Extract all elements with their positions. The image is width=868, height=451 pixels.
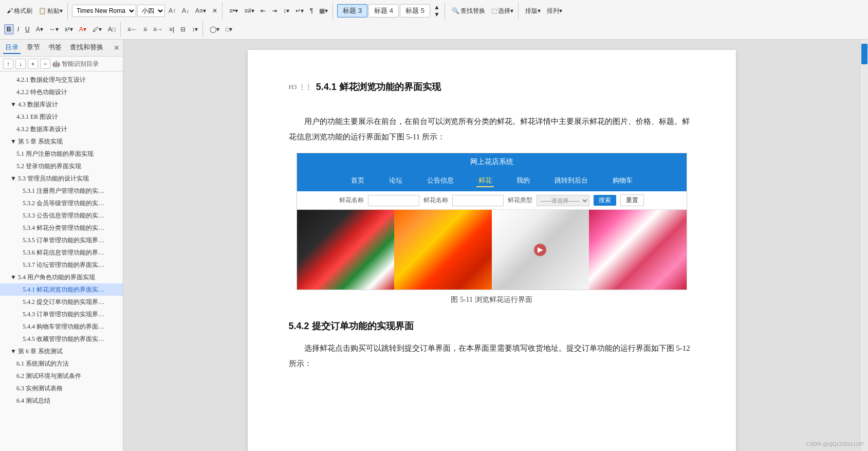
underline-button[interactable]: U xyxy=(23,24,32,34)
toc-item-54[interactable]: ▼ 5.4 用户角色功能的界面实现 xyxy=(0,271,123,283)
toc-item-532[interactable]: 5.3.2 会员等级管理功能的实… xyxy=(0,197,123,209)
font-color2-button[interactable]: A▾ xyxy=(77,24,89,34)
column-button[interactable]: ⊟ xyxy=(178,24,188,34)
ws-reset-button[interactable]: 重置 xyxy=(620,194,644,206)
toc-item-53[interactable]: ▼ 5.3 管理员功能的设计实现 xyxy=(0,172,123,185)
ws-nav-mine[interactable]: 我的 xyxy=(514,175,532,187)
align-left-button[interactable]: ≡← xyxy=(125,24,140,34)
font-family-select[interactable]: Times New Roma xyxy=(72,5,136,17)
shape-button[interactable]: ◯▾ xyxy=(207,24,222,34)
toc-item-535[interactable]: 5.3.5 订单管理功能的实现界… xyxy=(0,234,123,246)
auto-detect-label[interactable]: 🤖 智能识别目录 xyxy=(52,60,99,68)
ws-nav-cart[interactable]: 购物车 xyxy=(611,175,635,187)
line-break-button[interactable]: ↵▾ xyxy=(293,6,306,16)
font-settings-button[interactable]: A≡▾ xyxy=(193,6,209,16)
ws-nav-flower[interactable]: 鲜花 xyxy=(476,175,494,187)
ws-flower-card-4[interactable] xyxy=(589,210,687,290)
layout-button[interactable]: 排版▾ xyxy=(523,5,543,17)
heading-expand-button[interactable]: ▲▼ xyxy=(431,2,442,20)
toc-item-534-label: 5.3.4 鲜花分类管理功能的实… xyxy=(23,224,104,231)
toc-item-43[interactable]: ▼ 4.3 数据库设计 xyxy=(0,98,123,111)
font-spacing-button[interactable]: ↔▾ xyxy=(47,24,61,34)
toc-item-64[interactable]: 6.4 测试总结 xyxy=(0,394,123,407)
toc-item-421[interactable]: 4.2.1 数据处理与交互设计 xyxy=(0,74,123,86)
ws-flower-type-select[interactable]: ——请选择—— xyxy=(537,195,589,206)
toc-item-431[interactable]: 4.3.1 ER 图设计 xyxy=(0,111,123,123)
toc-item-51[interactable]: 5.1 用户注册功能的界面实现 xyxy=(0,148,123,160)
superscript-button[interactable]: x²▾ xyxy=(62,24,76,34)
toc-item-534[interactable]: 5.3.4 鲜花分类管理功能的实… xyxy=(0,222,123,234)
heading5-button[interactable]: 标题 5 xyxy=(400,4,430,17)
document-page: H3 ⋮⋮ 5.4.1 鲜花浏览功能的界面实现 用户的功能主要展示在前台，在前台… xyxy=(248,50,736,451)
indent-decrease-button[interactable]: ⇤ xyxy=(258,6,268,16)
toc-add-button[interactable]: + xyxy=(28,59,38,69)
toc-item-61[interactable]: 6.1 系统测试的方法 xyxy=(0,357,123,370)
paste-button[interactable]: 📋 粘贴▾ xyxy=(36,5,65,17)
toc-item-63[interactable]: 6.3 实例测试表格 xyxy=(0,382,123,394)
unordered-list-button[interactable]: ≡•▾ xyxy=(227,6,241,16)
italic-button[interactable]: I xyxy=(15,24,22,34)
toc-item-542[interactable]: 5.4.2 提交订单功能的实现界… xyxy=(0,296,123,308)
ws-flower-card-1[interactable] xyxy=(297,210,395,290)
ws-nav-home[interactable]: 首页 xyxy=(349,175,366,187)
ws-flower-price-input[interactable] xyxy=(452,195,504,206)
toc-item-535-label: 5.3.5 订单管理功能的实现界… xyxy=(23,237,104,244)
clear-format-button[interactable]: ✕ xyxy=(210,6,220,16)
toc-item-543[interactable]: 5.4.3 订单管理功能的实现界… xyxy=(0,308,123,320)
toc-item-ch6[interactable]: ▼ 第 6 章 系统测试 xyxy=(0,345,123,357)
line-spacing-button[interactable]: ↕▾ xyxy=(189,24,200,34)
show-format-button[interactable]: ¶ xyxy=(307,6,316,16)
toc-item-62[interactable]: 6.2 测试环境与测试条件 xyxy=(0,370,123,382)
toc-item-544[interactable]: 5.4.4 购物车管理功能的界面… xyxy=(0,320,123,333)
ws-flower-card-3[interactable]: ▶ xyxy=(492,210,589,290)
toc-item-531[interactable]: 5.3.1 注册用户管理功能的实… xyxy=(0,185,123,197)
toc-tab[interactable]: 目录 xyxy=(3,42,21,54)
ws-flower-name-input[interactable] xyxy=(368,195,419,206)
align-center-button[interactable]: ≡ xyxy=(141,24,150,34)
border-button[interactable]: □▾ xyxy=(223,24,235,34)
right-collapse-button[interactable] xyxy=(861,44,867,64)
toc-remove-button[interactable]: − xyxy=(40,59,50,69)
text-box-button[interactable]: A□ xyxy=(105,24,118,34)
table-button[interactable]: ▦▾ xyxy=(317,6,330,16)
toc-up-button[interactable]: ↑ xyxy=(3,59,13,69)
toc-item-545[interactable]: 5.4.5 收藏管理功能的界面实… xyxy=(0,333,123,345)
align-justify-button[interactable]: ≡| xyxy=(167,24,177,34)
align-right-button[interactable]: ≡→ xyxy=(151,24,165,34)
format-brush-button[interactable]: 🖌 格式刷 xyxy=(4,5,35,17)
ordered-list-button[interactable]: ≡#▾ xyxy=(242,6,257,16)
find-tab[interactable]: 查找和替换 xyxy=(68,42,105,54)
find-replace-button[interactable]: 🔍 查找替换 xyxy=(449,5,488,17)
toc-item-533[interactable]: 5.3.3 公告信息管理功能的实… xyxy=(0,209,123,222)
ws-nav-backend[interactable]: 跳转到后台 xyxy=(552,175,590,187)
text-color-button[interactable]: A▾ xyxy=(33,24,46,34)
ws-flower-card-2[interactable] xyxy=(394,210,492,290)
toc-item-52[interactable]: 5.2 登录功能的界面实现 xyxy=(0,160,123,172)
toc-item-537[interactable]: 5.3.7 论坛管理功能的界面实… xyxy=(0,259,123,271)
increase-font-button[interactable]: A↑ xyxy=(166,6,178,16)
ws-nav-forum[interactable]: 论坛 xyxy=(387,175,404,187)
decrease-font-button[interactable]: A↓ xyxy=(179,6,192,16)
bold-button[interactable]: B xyxy=(4,24,14,34)
toc-item-ch5[interactable]: ▼ 第 5 章 系统实现 xyxy=(0,135,123,148)
select-button[interactable]: ⬚ 选择▾ xyxy=(489,5,516,17)
toc-item-541[interactable]: 5.4.1 鲜花浏览功能的界面实… xyxy=(0,283,123,296)
sort-button[interactable]: 排列▾ xyxy=(544,5,565,17)
toc-item-533-label: 5.3.3 公告信息管理功能的实… xyxy=(23,212,104,219)
heading3-button[interactable]: 标题 3 xyxy=(337,4,367,17)
toc-item-422[interactable]: 4.2.2 特色功能设计 xyxy=(0,86,123,98)
sidebar-close-button[interactable]: ✕ xyxy=(114,44,120,52)
toc-down-button[interactable]: ↓ xyxy=(15,59,26,69)
toc-item-432[interactable]: 4.3.2 数据库表设计 xyxy=(0,123,123,135)
chapter-tab[interactable]: 章节 xyxy=(25,42,42,54)
highlight-button[interactable]: 🖊▾ xyxy=(90,24,104,34)
toc-item-536[interactable]: 5.3.6 鲜花信息管理功能的界… xyxy=(0,246,123,259)
heading4-button[interactable]: 标题 4 xyxy=(368,4,399,17)
ws-nav-announcement[interactable]: 公告信息 xyxy=(425,175,456,187)
indent-increase-button[interactable]: ⇥ xyxy=(269,6,280,16)
bookmark-tab[interactable]: 书签 xyxy=(46,42,64,54)
font-size-select[interactable]: 小四 xyxy=(137,5,165,17)
ws-search-button[interactable]: 搜索 xyxy=(594,195,616,206)
sort-list-button[interactable]: ↕▾ xyxy=(281,6,292,16)
toc-item-541-label: 5.4.1 鲜花浏览功能的界面实… xyxy=(23,286,104,293)
